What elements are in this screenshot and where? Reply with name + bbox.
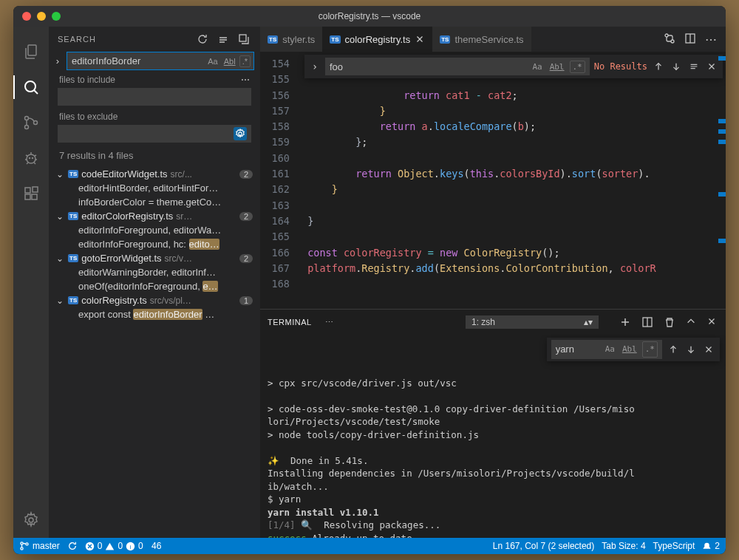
tfind-regex-icon[interactable]: .* <box>642 341 658 358</box>
notifications[interactable]: 2 <box>702 541 720 551</box>
terminal-find-widget: Aa Abl .* <box>547 338 720 361</box>
editor-tab[interactable]: TSthemeService.ts <box>432 27 531 52</box>
panel-more-icon[interactable]: ⋯ <box>324 316 335 329</box>
match-row[interactable]: editorWarningBorder, editorInf… <box>49 265 260 279</box>
svg-point-20 <box>29 518 33 522</box>
match-row[interactable]: editorInfoForeground, editorWa… <box>49 223 260 237</box>
cursor-position[interactable]: Ln 167, Col 7 (2 selected) <box>493 541 594 551</box>
overview-ruler <box>718 52 726 309</box>
file-row[interactable]: ⌄TSeditorColorRegistry.tssr…2 <box>49 209 260 223</box>
svg-point-3 <box>25 117 29 120</box>
tfind-close-icon[interactable] <box>702 343 715 356</box>
source-control-icon[interactable] <box>13 105 49 140</box>
svg-line-13 <box>34 163 35 164</box>
find-toggle-replace[interactable]: › <box>309 61 321 72</box>
problems[interactable]: 0 0 i0 46 <box>85 541 162 551</box>
more-icon[interactable]: ⋯ <box>241 75 250 85</box>
editor-tab[interactable]: TScolorRegistry.ts <box>322 27 432 52</box>
editor-find-widget: › Aa Abl .* No Results <box>304 55 723 78</box>
search-input[interactable] <box>67 52 205 69</box>
window-minimize[interactable] <box>37 12 46 21</box>
find-status: No Results <box>594 61 647 72</box>
split-terminal-icon[interactable] <box>640 315 655 329</box>
file-row[interactable]: ⌄TScolorRegistry.tssrc/vs/pl…1 <box>49 293 260 307</box>
tfind-prev-icon[interactable] <box>667 343 680 356</box>
find-regex-icon[interactable]: .* <box>570 61 585 73</box>
compare-changes-icon[interactable] <box>662 31 677 48</box>
file-row[interactable]: ⌄TSgotoErrorWidget.tssrc/v…2 <box>49 251 260 265</box>
refresh-icon[interactable] <box>195 32 210 47</box>
line-numbers: 1541551561571581591601611621631641651661… <box>260 52 302 309</box>
svg-point-28 <box>665 34 668 37</box>
match-case-icon[interactable]: Aa <box>205 55 219 67</box>
svg-point-29 <box>671 40 674 43</box>
find-selection-icon[interactable] <box>687 60 701 73</box>
regex-icon[interactable]: .* <box>239 55 251 67</box>
close-panel-icon[interactable] <box>705 315 718 329</box>
match-row[interactable]: editorInfoForeground, hc: edito… <box>49 237 260 251</box>
terminal-output[interactable]: Aa Abl .* > cpx src/vscode/driver.js out… <box>260 335 726 538</box>
match-row[interactable]: oneOf(editorInfoForeground, e… <box>49 279 260 293</box>
find-next-icon[interactable] <box>670 60 683 73</box>
svg-point-1 <box>25 81 35 92</box>
settings-gear-icon[interactable] <box>13 502 49 538</box>
editor-tabs: TSstyler.tsTScolorRegistry.tsTSthemeServ… <box>260 27 726 52</box>
find-match-word-icon[interactable]: Abl <box>548 61 567 72</box>
svg-rect-0 <box>28 45 36 55</box>
svg-point-5 <box>34 121 38 125</box>
activity-bar <box>13 27 49 538</box>
use-exclude-settings-icon[interactable] <box>234 127 247 140</box>
file-row[interactable]: ⌄TScodeEditorWidget.tssrc/...2 <box>49 167 260 181</box>
indentation[interactable]: Tab Size: 4 <box>602 541 645 551</box>
search-sidebar: SEARCH › Aa Abl .* files to include⋯ f <box>49 27 260 538</box>
more-actions-icon[interactable]: ⋯ <box>704 31 718 48</box>
svg-point-50 <box>21 547 23 550</box>
match-word-icon[interactable]: Abl <box>222 55 238 67</box>
window-zoom[interactable] <box>52 12 61 21</box>
extensions-icon[interactable] <box>13 176 49 211</box>
find-close-icon[interactable] <box>705 60 718 73</box>
exclude-label: files to exclude <box>59 112 118 122</box>
svg-point-25 <box>239 132 242 135</box>
git-branch[interactable]: master <box>19 541 60 551</box>
svg-rect-16 <box>25 188 30 193</box>
terminal-select[interactable]: 1: zsh▴▾ <box>466 315 599 329</box>
language-mode[interactable]: TypeScript <box>653 541 695 551</box>
toggle-replace-icon[interactable]: › <box>52 55 64 66</box>
explorer-icon[interactable] <box>13 34 49 69</box>
include-input[interactable] <box>58 88 251 106</box>
svg-line-9 <box>35 155 36 156</box>
terminal-tab[interactable]: TERMINAL <box>268 318 312 327</box>
new-terminal-icon[interactable] <box>618 315 633 329</box>
find-match-case-icon[interactable]: Aa <box>530 61 544 72</box>
code-area[interactable]: return cat1 - cat2; } return a.localeCom… <box>302 52 726 309</box>
clear-icon[interactable] <box>216 32 231 47</box>
match-row[interactable]: export const editorInfoBorder … <box>49 307 260 321</box>
editor-tab[interactable]: TSstyler.ts <box>260 27 322 52</box>
svg-line-2 <box>34 90 38 94</box>
find-input[interactable] <box>330 61 527 72</box>
window-close[interactable] <box>22 12 31 21</box>
match-row[interactable]: infoBorderColor = theme.getCo… <box>49 195 260 209</box>
tfind-match-case-icon[interactable]: Aa <box>603 342 617 357</box>
window-title: colorRegistry.ts — vscode <box>13 11 726 21</box>
terminal-find-input[interactable] <box>556 344 600 355</box>
svg-line-8 <box>26 155 27 156</box>
exclude-input[interactable] <box>58 125 251 143</box>
tab-close-icon[interactable] <box>415 34 425 44</box>
debug-icon[interactable] <box>13 140 49 176</box>
svg-rect-19 <box>33 187 38 192</box>
split-editor-icon[interactable] <box>683 31 698 48</box>
status-bar: master 0 0 i0 46 Ln 167, Col 7 (2 select… <box>13 538 726 554</box>
search-icon[interactable] <box>13 69 49 105</box>
tfind-match-word-icon[interactable]: Abl <box>620 342 639 357</box>
match-row[interactable]: editorHintBorder, editorHintFor… <box>49 181 260 195</box>
titlebar: colorRegistry.ts — vscode <box>13 6 726 27</box>
tfind-next-icon[interactable] <box>684 343 698 356</box>
kill-terminal-icon[interactable] <box>662 315 677 329</box>
find-prev-icon[interactable] <box>652 60 665 73</box>
maximize-panel-icon[interactable] <box>684 315 698 329</box>
svg-point-14 <box>30 158 30 159</box>
collapse-icon[interactable] <box>236 32 251 47</box>
sync-icon[interactable] <box>67 541 78 551</box>
